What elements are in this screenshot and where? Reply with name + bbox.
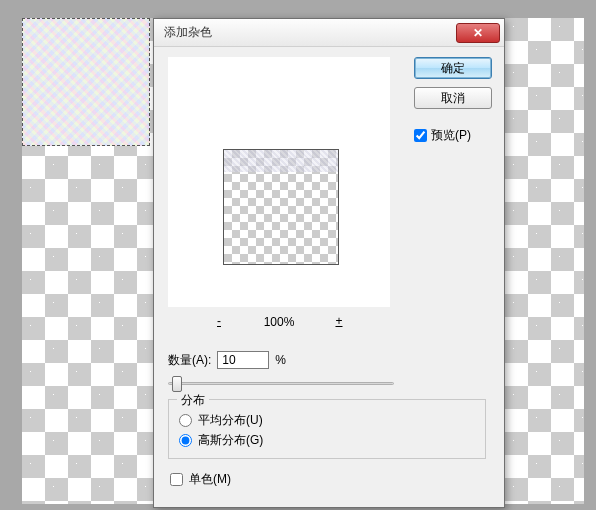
gaussian-label: 高斯分布(G) bbox=[198, 432, 263, 449]
add-noise-dialog: 添加杂色 ✕ 确定 取消 预览(P) - 100% + bbox=[153, 18, 505, 508]
dialog-body: 确定 取消 预览(P) - 100% + 数量(A): % bbox=[154, 47, 504, 319]
zoom-value: 100% bbox=[254, 315, 304, 329]
amount-row: 数量(A): % bbox=[168, 351, 286, 369]
selection-marquee[interactable] bbox=[22, 18, 150, 146]
zoom-controls: - 100% + bbox=[168, 313, 390, 331]
monochromatic-label: 单色(M) bbox=[189, 471, 231, 488]
close-icon: ✕ bbox=[473, 26, 483, 40]
dialog-title: 添加杂色 bbox=[164, 24, 212, 41]
amount-input[interactable] bbox=[217, 351, 269, 369]
slider-track bbox=[168, 382, 394, 385]
preview-checkbox[interactable] bbox=[414, 129, 427, 142]
dialog-titlebar[interactable]: 添加杂色 ✕ bbox=[154, 19, 504, 47]
amount-slider[interactable] bbox=[168, 375, 394, 391]
uniform-radio[interactable] bbox=[179, 414, 192, 427]
uniform-radio-row[interactable]: 平均分布(U) bbox=[179, 410, 475, 430]
ok-button[interactable]: 确定 bbox=[414, 57, 492, 79]
uniform-label: 平均分布(U) bbox=[198, 412, 263, 429]
amount-label: 数量(A): bbox=[168, 352, 211, 369]
zoom-out-button[interactable]: - bbox=[208, 313, 230, 331]
distribution-legend: 分布 bbox=[177, 392, 209, 409]
slider-thumb[interactable] bbox=[172, 376, 182, 392]
workspace: 添加杂色 ✕ 确定 取消 预览(P) - 100% + bbox=[0, 0, 596, 510]
preview-label: 预览(P) bbox=[431, 127, 471, 144]
gaussian-radio[interactable] bbox=[179, 434, 192, 447]
distribution-fieldset: 分布 平均分布(U) 高斯分布(G) bbox=[168, 399, 486, 459]
monochromatic-checkbox[interactable] bbox=[170, 473, 183, 486]
amount-unit: % bbox=[275, 353, 286, 367]
close-button[interactable]: ✕ bbox=[456, 23, 500, 43]
zoom-in-button[interactable]: + bbox=[328, 313, 350, 331]
monochromatic-row[interactable]: 单色(M) bbox=[170, 471, 231, 488]
cancel-button[interactable]: 取消 bbox=[414, 87, 492, 109]
preview-thumbnail[interactable] bbox=[223, 149, 339, 265]
preview-checkbox-row[interactable]: 预览(P) bbox=[414, 127, 492, 144]
dialog-sidebar: 确定 取消 预览(P) bbox=[414, 57, 492, 144]
gaussian-radio-row[interactable]: 高斯分布(G) bbox=[179, 430, 475, 450]
preview-panel bbox=[168, 57, 390, 307]
